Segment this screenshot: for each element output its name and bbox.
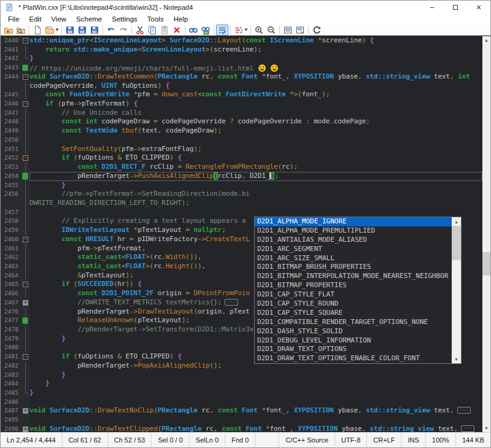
code-line[interactable]: 2450 xyxy=(1,136,482,145)
open-file-icon[interactable] xyxy=(44,25,56,36)
autocomplete-item[interactable]: D2D1_ALPHA_MODE_PREMULTIPLIED xyxy=(255,226,452,236)
autocomplete-item[interactable]: D2D1_COMPATIBLE_RENDER_TARGET_OPTIONS_NO… xyxy=(255,318,452,327)
code-line[interactable]: 2484 } xyxy=(1,379,482,388)
code-line[interactable]: codePageOverride, UINT fuOptions) { xyxy=(1,82,482,91)
line-number[interactable]: 2449 xyxy=(1,126,21,136)
autocomplete-item[interactable]: D2D1_ARC_SEGMENT xyxy=(255,245,452,254)
line-number[interactable]: 2466 xyxy=(1,289,21,298)
code-line[interactable]: 2449 const TextWide tbuf(text, codePageD… xyxy=(1,126,482,136)
document-edit-icon[interactable] xyxy=(294,25,306,36)
code-line[interactable]: 2495 xyxy=(1,415,482,425)
line-number[interactable]: 2484 xyxy=(1,379,21,388)
fold-margin[interactable]: − xyxy=(21,235,29,244)
line-number[interactable] xyxy=(1,199,21,208)
minimize-button[interactable]: – xyxy=(420,1,444,14)
fold-margin[interactable] xyxy=(21,226,29,235)
fold-collapse-icon[interactable]: − xyxy=(23,38,28,44)
save-icon[interactable] xyxy=(64,25,76,36)
fold-margin[interactable]: + xyxy=(21,298,29,307)
redo-icon[interactable] xyxy=(117,25,130,36)
fold-margin[interactable] xyxy=(21,163,29,172)
line-number[interactable]: 2481 xyxy=(1,352,21,361)
fold-margin[interactable] xyxy=(21,316,29,325)
new-file-icon[interactable] xyxy=(31,25,44,36)
line-number[interactable]: 2443 xyxy=(1,63,21,72)
scheme-config-icon[interactable] xyxy=(233,25,245,36)
code-line[interactable]: 2483 } xyxy=(1,371,482,380)
fold-collapse-icon[interactable]: − xyxy=(23,74,28,80)
line-number[interactable]: 2457 xyxy=(1,208,21,217)
line-number[interactable]: 2456 xyxy=(1,190,21,199)
status-right-0[interactable]: C/C++ Source xyxy=(279,433,334,447)
line-number[interactable]: 2442 xyxy=(1,54,21,63)
code-line[interactable]: 2441 return std::make_unique<ScreenLineL… xyxy=(1,45,482,55)
autocomplete-item[interactable]: D2D1_BITMAP_INTERPOLATION_MODE_NEAREST_N… xyxy=(255,272,452,281)
status-right-5[interactable]: 144 KB xyxy=(455,433,490,447)
fold-margin[interactable]: + xyxy=(21,425,29,432)
fold-margin[interactable] xyxy=(21,271,29,280)
line-number[interactable]: 2463 xyxy=(1,262,21,271)
code-line[interactable]: 2453 const D2D1_RECT_F rcClip = Rectangl… xyxy=(1,163,482,172)
fold-margin[interactable] xyxy=(21,253,29,262)
code-line[interactable]: 2447 // Use Unicode calls xyxy=(1,109,482,118)
scroll-up-icon[interactable]: ▲ xyxy=(482,36,490,44)
line-number[interactable]: 2454 xyxy=(1,172,21,181)
open-target-folder-icon[interactable]: ★ xyxy=(2,25,15,36)
code-line[interactable]: 2451 SetFontQuality(pfm->extraFontFlag); xyxy=(1,145,482,154)
fold-margin[interactable] xyxy=(21,172,29,181)
open-file-icon-dropdown-icon[interactable]: ▼ xyxy=(55,27,60,33)
menu-item-view[interactable]: View xyxy=(46,14,71,25)
fold-margin[interactable] xyxy=(21,109,29,118)
fold-margin[interactable] xyxy=(21,262,29,271)
code-line[interactable]: 2486 xyxy=(1,398,482,407)
fold-margin[interactable]: − xyxy=(21,36,29,45)
code-line[interactable]: 2455 } xyxy=(1,181,482,190)
code-line[interactable]: 2443// https://unicode.org/emoji/charts/… xyxy=(1,63,482,72)
fold-margin[interactable]: − xyxy=(21,352,29,361)
status-left-5[interactable]: Fnd 0 xyxy=(225,433,255,447)
fold-margin[interactable] xyxy=(21,181,29,190)
status-right-4[interactable]: 100% xyxy=(425,433,455,447)
line-number[interactable]: 2446 xyxy=(1,99,21,109)
line-number[interactable]: 2447 xyxy=(1,109,21,118)
word-wrap-icon[interactable] xyxy=(216,25,228,36)
fold-margin[interactable] xyxy=(21,343,29,352)
menu-item-edit[interactable]: Edit xyxy=(25,14,47,25)
line-number[interactable]: 2453 xyxy=(1,163,21,172)
fold-margin[interactable] xyxy=(21,82,29,91)
line-number[interactable]: 2459 xyxy=(1,226,21,235)
code-line[interactable]: 2446− if (pfm->pTextFormat) { xyxy=(1,99,482,109)
status-right-3[interactable]: INS xyxy=(401,433,425,447)
document-lines-icon[interactable] xyxy=(282,25,294,36)
fold-margin[interactable] xyxy=(21,415,29,425)
fold-margin[interactable] xyxy=(21,208,29,217)
line-number[interactable]: 2461 xyxy=(1,244,21,253)
autocomplete-item[interactable]: D2D1_BITMAP_PROPERTIES xyxy=(255,281,452,290)
fold-margin[interactable] xyxy=(21,371,29,380)
status-right-1[interactable]: UTF-8 xyxy=(334,433,366,447)
fold-margin[interactable] xyxy=(21,63,29,72)
code-line[interactable]: 2442} xyxy=(1,54,482,63)
line-number[interactable]: 2462 xyxy=(1,253,21,262)
browse-folder-icon[interactable] xyxy=(15,25,27,36)
line-number[interactable]: 2465 xyxy=(1,280,21,289)
autocomplete-scroll-thumb[interactable] xyxy=(452,226,461,260)
menu-item-scheme[interactable]: Scheme xyxy=(71,14,107,25)
code-line[interactable]: DWRITE_READING_DIRECTION_LEFT_TO_RIGHT); xyxy=(1,199,482,208)
fold-margin[interactable]: + xyxy=(21,406,29,415)
line-number[interactable]: 2440 xyxy=(1,36,21,45)
fold-margin[interactable]: − xyxy=(21,153,29,163)
status-left-3[interactable]: Sel 0 / 0 xyxy=(152,433,189,447)
paste-icon[interactable] xyxy=(158,25,171,36)
autocomplete-item[interactable]: D2D1_DRAW_TEXT_OPTIONS_ENABLE_COLOR_FONT xyxy=(255,354,452,363)
autocomplete-scrollbar[interactable]: ▲ ▼ xyxy=(452,217,461,363)
line-number[interactable]: 2485 xyxy=(1,388,21,398)
line-number[interactable]: 2441 xyxy=(1,45,21,55)
line-number[interactable]: 2476 xyxy=(1,307,21,317)
copy-icon[interactable] xyxy=(146,25,158,36)
menu-item-file[interactable]: File xyxy=(3,14,25,25)
code-line[interactable]: 2487+void SurfaceD2D::DrawTextNoClip(PRe… xyxy=(1,406,482,415)
line-number[interactable]: 2495 xyxy=(1,415,21,425)
autocomplete-item[interactable]: D2D1_ANTIALIAS_MODE_ALIASED xyxy=(255,236,452,245)
scroll-up-icon[interactable]: ▲ xyxy=(452,217,461,226)
